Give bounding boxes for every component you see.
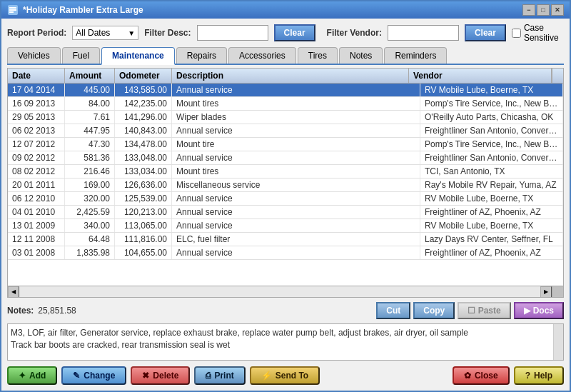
cell-date: 13 01 2009: [8, 219, 65, 232]
maximize-button[interactable]: □: [537, 4, 550, 16]
cell-vendor: Ray's Mobile RV Repair, Yuma, AZ: [420, 179, 563, 191]
delete-button[interactable]: ✖ Delete: [131, 366, 190, 385]
cell-date: 17 04 2014: [8, 84, 65, 96]
col-header-vendor[interactable]: Vendor: [409, 69, 552, 83]
cell-amount: 447.95: [65, 124, 115, 137]
cut-button[interactable]: Cut: [376, 302, 410, 319]
case-sensitive-checkbox[interactable]: [512, 29, 521, 38]
close-window-button[interactable]: ✕: [551, 4, 564, 16]
copy-button[interactable]: Copy: [413, 302, 455, 319]
cell-date: 09 02 2012: [8, 151, 65, 164]
cell-description: Mount tires: [172, 165, 420, 178]
cell-amount: 1,835.98: [65, 246, 115, 259]
sendto-button[interactable]: ⚡ Send To: [250, 366, 320, 385]
table-body: 17 04 2014 445.00 143,585.00 Annual serv…: [8, 84, 563, 286]
cell-date: 20 01 2011: [8, 179, 65, 191]
cell-vendor: Freightliner San Antonio, Converse, TX: [420, 124, 563, 137]
case-sensitive-label[interactable]: Case Sensitive: [512, 23, 564, 43]
footer-buttons: ✦ Add ✎ Change ✖ Delete ⎙ Print ⚡ Send T…: [7, 363, 564, 386]
help-button[interactable]: ? Help: [514, 366, 564, 385]
docs-arrow-icon: ▶: [524, 306, 530, 316]
close-button[interactable]: ✿ Close: [453, 366, 510, 385]
tab-repairs[interactable]: Repairs: [176, 47, 227, 64]
cell-vendor: Freightliner of AZ, Phoenix, AZ: [420, 206, 563, 218]
scroll-right-button[interactable]: ▶: [540, 286, 552, 298]
cell-vendor: RV Mobile Lube, Boerne, TX: [420, 219, 563, 232]
table-row[interactable]: 29 05 2013 7.61 141,296.00 Wiper blades …: [8, 111, 563, 124]
notes-section: Notes: 25,851.58 Cut Copy ☐ Paste ▶ Docs: [7, 301, 564, 321]
filter-vendor-clear-button[interactable]: Clear: [465, 24, 506, 41]
filter-desc-clear-button[interactable]: Clear: [274, 24, 315, 41]
filter-vendor-label: Filter Vendor:: [327, 28, 382, 38]
tab-fuel[interactable]: Fuel: [62, 47, 100, 64]
print-button[interactable]: ⎙ Print: [194, 366, 245, 385]
table-row[interactable]: 08 02 2012 216.46 133,034.00 Mount tires…: [8, 165, 563, 179]
tab-maintenance[interactable]: Maintenance: [101, 47, 175, 65]
table-row[interactable]: 06 12 2010 320.00 125,539.00 Annual serv…: [8, 192, 563, 206]
cell-description: Annual service: [172, 151, 420, 164]
cell-amount: 2,425.59: [65, 206, 115, 218]
notes-scrollbar[interactable]: [553, 324, 563, 360]
table-row[interactable]: 13 01 2009 340.00 113,065.00 Annual serv…: [8, 219, 563, 233]
filter-vendor-input[interactable]: [388, 25, 459, 41]
help-icon: ?: [525, 371, 530, 381]
cell-vendor: RV Mobile Lube, Boerne, TX: [420, 84, 563, 96]
cell-odometer: 125,539.00: [115, 192, 172, 205]
main-window: *Holiday Rambler Extra Large − □ ✕ Repor…: [0, 0, 571, 392]
col-header-amount[interactable]: Amount: [65, 69, 115, 83]
table-row[interactable]: 04 01 2010 2,425.59 120,213.00 Annual se…: [8, 206, 563, 219]
change-button[interactable]: ✎ Change: [61, 366, 126, 385]
horizontal-scrollbar[interactable]: ◀ ▶: [8, 286, 563, 297]
tab-reminders[interactable]: Reminders: [384, 47, 447, 64]
window-controls: − □ ✕: [522, 4, 564, 16]
table-row[interactable]: 03 01 2008 1,835.98 104,655.00 Annual se…: [8, 246, 563, 260]
cell-vendor: Lazy Days RV Center, Seffner, FL: [420, 233, 563, 246]
scroll-left-button[interactable]: ◀: [8, 286, 19, 298]
filter-desc-input[interactable]: [197, 25, 268, 41]
tab-notes[interactable]: Notes: [339, 47, 383, 64]
cell-odometer: 126,636.00: [115, 179, 172, 191]
cell-vendor: Pomp's Tire Service, Inc., New Berlin, W: [420, 138, 563, 151]
cell-date: 06 12 2010: [8, 192, 65, 205]
tab-tires[interactable]: Tires: [298, 47, 338, 64]
table-row[interactable]: 17 04 2014 445.00 143,585.00 Annual serv…: [8, 84, 563, 97]
title-bar: *Holiday Rambler Extra Large − □ ✕: [1, 1, 570, 19]
table-row[interactable]: 12 07 2012 47.30 134,478.00 Mount tire P…: [8, 138, 563, 151]
docs-button[interactable]: ▶ Docs: [514, 302, 564, 319]
cell-odometer: 104,655.00: [115, 246, 172, 259]
notes-textarea[interactable]: M3, LOF, air filter, Generator service, …: [7, 323, 564, 361]
col-header-description[interactable]: Description: [172, 69, 409, 83]
report-period-dropdown[interactable]: All Dates ▼: [72, 26, 138, 40]
cell-amount: 84.00: [65, 97, 115, 110]
cell-description: Miscellaneous service: [172, 179, 420, 191]
cell-description: Mount tire: [172, 138, 420, 151]
filter-desc-label: Filter Desc:: [144, 28, 191, 38]
notes-label: Notes:: [7, 306, 34, 316]
col-header-odometer[interactable]: Odometer: [115, 69, 172, 83]
table-row[interactable]: 20 01 2011 169.00 126,636.00 Miscellaneo…: [8, 179, 563, 192]
scroll-track[interactable]: [19, 286, 540, 297]
cell-vendor: Freightliner of AZ, Phoenix, AZ: [420, 246, 563, 259]
table-row[interactable]: 12 11 2008 64.48 111,816.00 ELC, fuel fi…: [8, 233, 563, 246]
table-row[interactable]: 09 02 2012 581.36 133,048.00 Annual serv…: [8, 151, 563, 165]
cell-amount: 445.00: [65, 84, 115, 96]
cell-description: Annual service: [172, 206, 420, 218]
tabs-row: Vehicles Fuel Maintenance Repairs Access…: [7, 47, 564, 65]
add-button[interactable]: ✦ Add: [7, 366, 57, 385]
tab-accessories[interactable]: Accessories: [228, 47, 296, 64]
cell-odometer: 113,065.00: [115, 219, 172, 232]
cell-amount: 169.00: [65, 179, 115, 191]
tab-vehicles[interactable]: Vehicles: [7, 47, 61, 64]
col-header-date[interactable]: Date: [8, 69, 65, 83]
cell-amount: 581.36: [65, 151, 115, 164]
cell-odometer: 143,585.00: [115, 84, 172, 96]
notes-line-2: Track bar boots are cracked, rear transm…: [11, 339, 560, 351]
minimize-button[interactable]: −: [522, 4, 535, 16]
notes-line-1: M3, LOF, air filter, Generator service, …: [11, 327, 560, 339]
cell-amount: 340.00: [65, 219, 115, 232]
cell-odometer: 141,296.00: [115, 111, 172, 124]
cell-description: Mount tires: [172, 97, 420, 110]
table-row[interactable]: 06 02 2013 447.95 140,843.00 Annual serv…: [8, 124, 563, 138]
table-row[interactable]: 16 09 2013 84.00 142,235.00 Mount tires …: [8, 97, 563, 111]
add-icon: ✦: [19, 371, 26, 381]
